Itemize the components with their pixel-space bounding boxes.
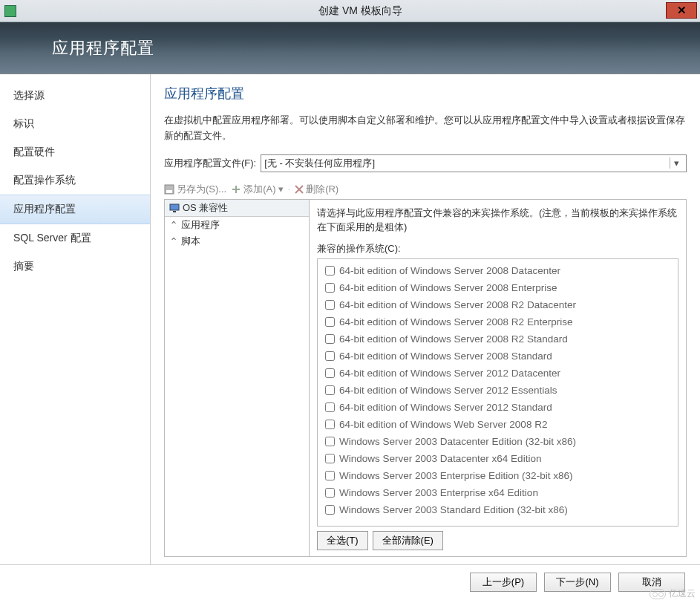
os-checkbox-row[interactable]: 64-bit edition of Windows Server 2012 Da… — [322, 365, 673, 382]
os-list-label: 兼容的操作系统(C): — [317, 242, 678, 255]
remove-button[interactable]: 删除(R) — [295, 183, 338, 196]
os-checkbox-row[interactable]: 64-bit edition of Windows Server 2008 R2… — [322, 330, 673, 348]
clear-all-button[interactable]: 全部清除(E) — [373, 531, 443, 550]
profile-label: 应用程序配置文件(F): — [164, 157, 256, 170]
tree-item-applications[interactable]: ^ 应用程序 — [165, 217, 309, 233]
chevron-down-icon: ▾ — [278, 183, 284, 195]
step-summary[interactable]: 摘要 — [0, 252, 150, 281]
collapse-icon[interactable]: ^ — [169, 236, 178, 246]
os-label: 64-bit edition of Windows Server 2008 St… — [339, 351, 552, 362]
cancel-button[interactable]: 取消 — [618, 573, 685, 592]
os-label: 64-bit edition of Windows Server 2008 R2… — [339, 299, 576, 310]
os-checkbox[interactable] — [325, 488, 335, 498]
save-as-label: 另存为(S)... — [177, 183, 226, 196]
os-checkbox-row[interactable]: 64-bit edition of Windows Web Server 200… — [322, 416, 673, 433]
wizard-banner: 应用程序配置 — [0, 22, 700, 74]
step-configure-os[interactable]: 配置操作系统 — [0, 166, 150, 195]
os-label: 64-bit edition of Windows Server 2008 R2… — [339, 316, 572, 327]
os-checkbox-row[interactable]: 64-bit edition of Windows Server 2012 Es… — [322, 382, 673, 399]
profile-row: 应用程序配置文件(F): [无 - 不安装任何应用程序] ▾ — [164, 154, 687, 172]
chevron-down-icon: ▾ — [670, 157, 683, 169]
tree-header-os-compat[interactable]: OS 兼容性 — [165, 200, 309, 217]
save-as-button[interactable]: 另存为(S)... — [164, 183, 226, 196]
tree-item-label: 脚本 — [181, 235, 200, 248]
os-label: Windows Server 2003 Datacenter x64 Editi… — [339, 453, 541, 464]
separator: · — [288, 183, 291, 195]
os-checkbox-row[interactable]: Windows Server 2003 Enterprise x64 Editi… — [322, 484, 673, 501]
os-checkbox[interactable] — [325, 437, 335, 446]
page-description: 在虚拟机中配置应用程序部署。可以使用脚本自定义部署和维护。您可以从应用程序配置文… — [164, 113, 687, 144]
os-checkbox-row[interactable]: 64-bit edition of Windows Server 2008 R2… — [322, 296, 673, 313]
wizard-footer: 上一步(P) 下一步(N) 取消 — [0, 564, 700, 599]
step-identity[interactable]: 标识 — [0, 110, 150, 138]
os-checkbox-row[interactable]: 64-bit edition of Windows Server 2008 R2… — [322, 313, 673, 330]
os-checkbox[interactable] — [325, 505, 335, 515]
os-checkbox[interactable] — [325, 420, 335, 429]
svg-rect-7 — [173, 211, 176, 212]
add-button[interactable]: 添加(A) ▾ — [231, 183, 283, 196]
os-checkbox[interactable] — [325, 454, 335, 463]
split-area: OS 兼容性 ^ 应用程序 ^ 脚本 请选择与此应用程序配置文件兼容的来宾操作系… — [164, 199, 687, 557]
os-checkbox[interactable] — [325, 283, 335, 293]
x-icon — [295, 185, 304, 194]
os-checkbox[interactable] — [325, 317, 335, 327]
svg-rect-3 — [232, 189, 240, 190]
profile-combobox[interactable]: [无 - 不安装任何应用程序] ▾ — [261, 154, 687, 172]
tree-item-label: 应用程序 — [181, 218, 220, 232]
os-checkbox-row[interactable]: 64-bit edition of Windows Server 2008 En… — [322, 279, 673, 296]
profile-value: [无 - 不安装任何应用程序] — [264, 157, 670, 170]
collapse-icon[interactable]: ^ — [169, 220, 178, 229]
os-checkbox-row[interactable]: Windows Server 2003 Datacenter x64 Editi… — [322, 450, 673, 467]
os-checkbox[interactable] — [325, 300, 335, 310]
app-icon — [4, 5, 16, 17]
os-label: 64-bit edition of Windows Server 2012 Es… — [339, 385, 557, 396]
step-select-source[interactable]: 选择源 — [0, 82, 150, 110]
wizard-body: 选择源 标识 配置硬件 配置操作系统 应用程序配置 SQL Server 配置 … — [0, 74, 700, 564]
os-label: 64-bit edition of Windows Server 2012 St… — [339, 402, 552, 413]
plus-icon — [231, 184, 241, 195]
os-label: Windows Server 2003 Datacenter Edition (… — [339, 436, 576, 447]
add-label: 添加(A) — [243, 183, 275, 196]
window-title: 创建 VM 模板向导 — [21, 4, 700, 18]
os-checkbox-row[interactable]: Windows Server 2003 Datacenter Edition (… — [322, 433, 673, 450]
os-label: Windows Server 2003 Enterprise Edition (… — [339, 470, 572, 481]
os-checkbox[interactable] — [325, 351, 335, 361]
os-label: 64-bit edition of Windows Server 2008 En… — [339, 282, 557, 293]
main-panel: 应用程序配置 在虚拟机中配置应用程序部署。可以使用脚本自定义部署和维护。您可以从… — [151, 74, 700, 564]
os-label: Windows Server 2003 Standard Edition (32… — [339, 504, 568, 515]
instruction-text: 请选择与此应用程序配置文件兼容的来宾操作系统。(注意，当前模板的来宾操作系统在下… — [317, 206, 678, 235]
os-checkbox-row[interactable]: Windows Server 2003 Enterprise Edition (… — [322, 467, 673, 484]
tree-item-scripts[interactable]: ^ 脚本 — [165, 233, 309, 250]
step-configure-hardware[interactable]: 配置硬件 — [0, 138, 150, 166]
os-checkbox[interactable] — [325, 471, 335, 480]
os-list-box[interactable]: 64-bit edition of Windows Server 2008 Da… — [317, 258, 678, 527]
os-label: 64-bit edition of Windows Server 2008 R2… — [339, 333, 568, 345]
config-tree: OS 兼容性 ^ 应用程序 ^ 脚本 — [165, 200, 310, 556]
next-button[interactable]: 下一步(N) — [544, 573, 611, 592]
os-checkbox[interactable] — [325, 402, 335, 412]
os-checkbox-row[interactable]: 64-bit edition of Windows Server 2012 St… — [322, 399, 673, 416]
page-title: 应用程序配置 — [164, 85, 687, 102]
detail-pane: 请选择与此应用程序配置文件兼容的来宾操作系统。(注意，当前模板的来宾操作系统在下… — [310, 200, 686, 556]
os-button-row: 全选(T) 全部清除(E) — [317, 531, 678, 550]
os-checkbox[interactable] — [325, 368, 335, 378]
select-all-button[interactable]: 全选(T) — [317, 531, 368, 550]
os-checkbox[interactable] — [325, 385, 335, 395]
os-checkbox-row[interactable]: 64-bit edition of Windows Server 2008 Da… — [322, 262, 673, 279]
svg-rect-6 — [170, 204, 179, 210]
os-checkbox[interactable] — [325, 266, 335, 276]
step-application-config[interactable]: 应用程序配置 — [0, 195, 150, 224]
step-sql-server-config[interactable]: SQL Server 配置 — [0, 224, 150, 252]
tree-header-label: OS 兼容性 — [183, 201, 228, 215]
os-label: 64-bit edition of Windows Server 2008 Da… — [339, 265, 560, 276]
close-button[interactable]: ✕ — [666, 2, 697, 19]
os-checkbox-row[interactable]: Windows Server 2003 Standard Edition (32… — [322, 501, 673, 518]
os-label: 64-bit edition of Windows Web Server 200… — [339, 419, 547, 430]
banner-title: 应用程序配置 — [52, 37, 154, 59]
remove-label: 删除(R) — [306, 183, 338, 196]
previous-button[interactable]: 上一步(P) — [470, 573, 537, 592]
os-label: Windows Server 2003 Enterprise x64 Editi… — [339, 487, 538, 498]
profile-toolbar: 另存为(S)... 添加(A) ▾ · 删除(R) — [164, 183, 687, 196]
os-checkbox-row[interactable]: 64-bit edition of Windows Server 2008 St… — [322, 348, 673, 365]
os-checkbox[interactable] — [325, 334, 335, 344]
